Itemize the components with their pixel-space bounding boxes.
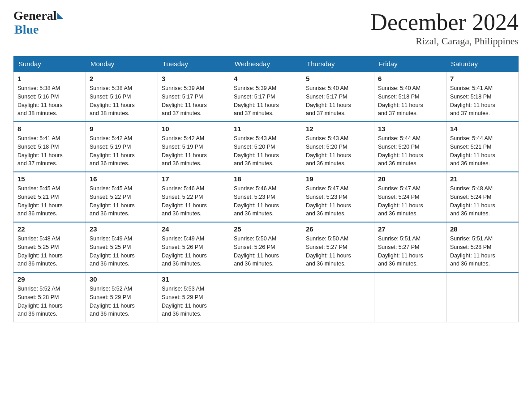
day-number: 7 [450,75,515,82]
table-row [446,272,519,322]
day-number: 11 [234,125,298,133]
table-row: 17 Sunrise: 5:46 AMSunset: 5:22 PMDaylig… [158,172,230,222]
day-number: 15 [17,175,82,183]
day-info: Sunrise: 5:44 AMSunset: 5:21 PMDaylight:… [450,135,495,167]
table-row [302,272,374,322]
day-number: 5 [306,75,370,82]
day-number: 20 [378,175,442,183]
col-wednesday: Wednesday [230,56,302,72]
table-row: 31 Sunrise: 5:53 AMSunset: 5:29 PMDaylig… [158,272,230,322]
day-info: Sunrise: 5:43 AMSunset: 5:20 PMDaylight:… [306,135,351,167]
day-info: Sunrise: 5:48 AMSunset: 5:24 PMDaylight:… [450,185,495,217]
day-number: 21 [450,175,515,183]
table-row: 18 Sunrise: 5:46 AMSunset: 5:23 PMDaylig… [230,172,302,222]
table-row: 24 Sunrise: 5:49 AMSunset: 5:26 PMDaylig… [158,222,230,272]
day-info: Sunrise: 5:51 AMSunset: 5:27 PMDaylight:… [378,235,423,267]
day-number: 29 [17,275,82,283]
day-number: 24 [162,225,226,233]
table-row: 1 Sunrise: 5:38 AMSunset: 5:16 PMDayligh… [14,72,86,122]
day-info: Sunrise: 5:48 AMSunset: 5:25 PMDaylight:… [17,235,63,267]
table-row: 3 Sunrise: 5:39 AMSunset: 5:17 PMDayligh… [158,72,230,122]
col-tuesday: Tuesday [158,56,230,72]
day-number: 13 [378,125,442,133]
col-saturday: Saturday [446,56,519,72]
table-row: 12 Sunrise: 5:43 AMSunset: 5:20 PMDaylig… [302,122,374,172]
day-number: 22 [17,225,82,233]
calendar-table: Sunday Monday Tuesday Wednesday Thursday… [13,56,519,322]
day-number: 25 [234,225,298,233]
table-row: 14 Sunrise: 5:44 AMSunset: 5:21 PMDaylig… [446,122,519,172]
day-info: Sunrise: 5:50 AMSunset: 5:26 PMDaylight:… [234,235,279,267]
day-info: Sunrise: 5:41 AMSunset: 5:18 PMDaylight:… [450,85,495,116]
table-row: 22 Sunrise: 5:48 AMSunset: 5:25 PMDaylig… [14,222,86,272]
day-info: Sunrise: 5:50 AMSunset: 5:27 PMDaylight:… [306,235,351,267]
logo-blue: Blue [14,23,63,37]
day-number: 17 [162,175,226,183]
table-row: 19 Sunrise: 5:47 AMSunset: 5:23 PMDaylig… [302,172,374,222]
day-number: 3 [162,75,226,82]
calendar-week-row: 22 Sunrise: 5:48 AMSunset: 5:25 PMDaylig… [14,222,519,272]
day-info: Sunrise: 5:42 AMSunset: 5:19 PMDaylight:… [90,135,135,167]
day-number: 4 [234,75,298,82]
table-row: 30 Sunrise: 5:52 AMSunset: 5:29 PMDaylig… [86,272,158,322]
table-row: 5 Sunrise: 5:40 AMSunset: 5:17 PMDayligh… [302,72,374,122]
table-row: 25 Sunrise: 5:50 AMSunset: 5:26 PMDaylig… [230,222,302,272]
table-row: 21 Sunrise: 5:48 AMSunset: 5:24 PMDaylig… [446,172,519,222]
day-number: 23 [90,225,154,233]
day-info: Sunrise: 5:44 AMSunset: 5:20 PMDaylight:… [378,135,423,167]
table-row: 20 Sunrise: 5:47 AMSunset: 5:24 PMDaylig… [374,172,446,222]
table-row: 9 Sunrise: 5:42 AMSunset: 5:19 PMDayligh… [86,122,158,172]
day-info: Sunrise: 5:52 AMSunset: 5:28 PMDaylight:… [17,286,63,317]
table-row: 4 Sunrise: 5:39 AMSunset: 5:17 PMDayligh… [230,72,302,122]
col-monday: Monday [86,56,158,72]
table-row: 27 Sunrise: 5:51 AMSunset: 5:27 PMDaylig… [374,222,446,272]
day-info: Sunrise: 5:46 AMSunset: 5:22 PMDaylight:… [162,185,207,217]
table-row: 13 Sunrise: 5:44 AMSunset: 5:20 PMDaylig… [374,122,446,172]
day-number: 1 [17,75,82,82]
table-row: 26 Sunrise: 5:50 AMSunset: 5:27 PMDaylig… [302,222,374,272]
calendar-week-row: 29 Sunrise: 5:52 AMSunset: 5:28 PMDaylig… [14,272,519,322]
col-sunday: Sunday [14,56,86,72]
page-header: General Blue December 2024 Rizal, Caraga… [13,9,519,47]
day-info: Sunrise: 5:49 AMSunset: 5:25 PMDaylight:… [90,235,135,267]
table-row: 28 Sunrise: 5:51 AMSunset: 5:28 PMDaylig… [446,222,519,272]
header-row: Sunday Monday Tuesday Wednesday Thursday… [14,56,519,72]
day-info: Sunrise: 5:45 AMSunset: 5:22 PMDaylight:… [90,185,135,217]
table-row: 29 Sunrise: 5:52 AMSunset: 5:28 PMDaylig… [14,272,86,322]
col-thursday: Thursday [302,56,374,72]
day-info: Sunrise: 5:38 AMSunset: 5:16 PMDaylight:… [17,85,63,116]
day-info: Sunrise: 5:40 AMSunset: 5:18 PMDaylight:… [378,85,423,116]
day-number: 8 [17,125,82,133]
day-info: Sunrise: 5:47 AMSunset: 5:24 PMDaylight:… [378,185,423,217]
day-info: Sunrise: 5:39 AMSunset: 5:17 PMDaylight:… [162,85,207,116]
day-number: 26 [306,225,370,233]
logo-triangle-icon [57,13,63,19]
table-row: 11 Sunrise: 5:43 AMSunset: 5:20 PMDaylig… [230,122,302,172]
title-block: December 2024 Rizal, Caraga, Philippines [370,9,519,47]
day-info: Sunrise: 5:45 AMSunset: 5:21 PMDaylight:… [17,185,63,217]
day-info: Sunrise: 5:52 AMSunset: 5:29 PMDaylight:… [90,286,135,317]
day-info: Sunrise: 5:41 AMSunset: 5:18 PMDaylight:… [17,135,63,167]
table-row: 23 Sunrise: 5:49 AMSunset: 5:25 PMDaylig… [86,222,158,272]
calendar-week-row: 8 Sunrise: 5:41 AMSunset: 5:18 PMDayligh… [14,122,519,172]
day-info: Sunrise: 5:42 AMSunset: 5:19 PMDaylight:… [162,135,207,167]
day-number: 14 [450,125,515,133]
table-row: 6 Sunrise: 5:40 AMSunset: 5:18 PMDayligh… [374,72,446,122]
col-friday: Friday [374,56,446,72]
day-info: Sunrise: 5:47 AMSunset: 5:23 PMDaylight:… [306,185,351,217]
day-number: 10 [162,125,226,133]
table-row: 2 Sunrise: 5:38 AMSunset: 5:16 PMDayligh… [86,72,158,122]
day-number: 6 [378,75,442,82]
day-number: 19 [306,175,370,183]
day-info: Sunrise: 5:40 AMSunset: 5:17 PMDaylight:… [306,85,351,116]
day-info: Sunrise: 5:51 AMSunset: 5:28 PMDaylight:… [450,235,495,267]
day-number: 2 [90,75,154,82]
month-title: December 2024 [370,9,519,35]
table-row: 7 Sunrise: 5:41 AMSunset: 5:18 PMDayligh… [446,72,519,122]
calendar-week-row: 15 Sunrise: 5:45 AMSunset: 5:21 PMDaylig… [14,172,519,222]
day-info: Sunrise: 5:49 AMSunset: 5:26 PMDaylight:… [162,235,207,267]
table-row [230,272,302,322]
day-info: Sunrise: 5:53 AMSunset: 5:29 PMDaylight:… [162,286,207,317]
day-number: 9 [90,125,154,133]
calendar-week-row: 1 Sunrise: 5:38 AMSunset: 5:16 PMDayligh… [14,72,519,122]
